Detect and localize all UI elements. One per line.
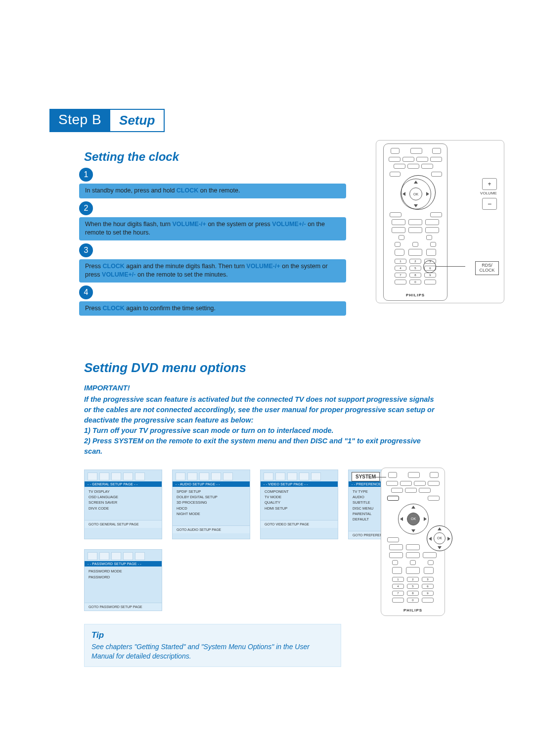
menu-general: - - GENERAL SETUP PAGE - - TV DISPLAY OS… [84, 470, 162, 540]
remote-illustration-top: OK [376, 140, 504, 303]
instruction-1: In standby mode, press and hold CLOCK on… [79, 184, 346, 198]
step-number-3: 3 [79, 243, 93, 257]
important-block: IMPORTANT! If the progressive scan featu… [84, 382, 435, 457]
instruction-4: Press CLOCK again to confirm the time se… [79, 301, 346, 316]
step-label: Step B [49, 109, 110, 132]
step-title: Setup [110, 109, 165, 132]
important-item-1: 1) Turn off your TV progressive scan mod… [84, 425, 435, 436]
instruction-2: When the hour digits flash, turn VOLUME-… [79, 217, 346, 240]
step-number-4: 4 [79, 285, 93, 299]
brand-label: PHILIPS [384, 293, 447, 297]
menu-video: - - VIDEO SETUP PAGE - - COMPONENT TV MO… [260, 470, 338, 540]
volume-minus: − [482, 198, 497, 210]
brand-label-bottom: PHILIPS [381, 608, 445, 613]
volume-label: VOLUME [476, 191, 501, 195]
remote-illustration-bottom: SYSTEM OK OK [381, 468, 445, 616]
menu-audio: - - AUDIO SETUP PAGE - - SPDIF SETUP DOL… [172, 470, 250, 540]
callout-ok-circle [401, 175, 436, 210]
step-number-2: 2 [79, 201, 93, 215]
menu-password: - - PASSWORD SETUP PAGE - - PASSWORD MOD… [84, 549, 162, 611]
tip-box: Tip See chapters "Getting Started" and "… [84, 624, 341, 667]
section-title-dvd: Setting DVD menu options [84, 360, 504, 376]
rds-clock-label: RDS/ CLOCK [475, 261, 499, 275]
step-header: Step B Setup [49, 109, 165, 132]
important-item-2: 2) Press SYSTEM on the remote to exit th… [84, 436, 435, 457]
ok-callout-inner: OK [434, 532, 445, 544]
clock-button-outline [423, 260, 436, 273]
tip-body: See chapters "Getting Started" and "Syst… [91, 642, 334, 662]
important-body: If the progressive scan feature is activ… [84, 394, 435, 425]
step-number-1: 1 [79, 168, 93, 182]
tip-title: Tip [91, 629, 334, 641]
instruction-3: Press CLOCK again and the minute digits … [79, 259, 346, 283]
important-heading: IMPORTANT! [84, 382, 435, 393]
volume-plus: + [482, 178, 497, 190]
